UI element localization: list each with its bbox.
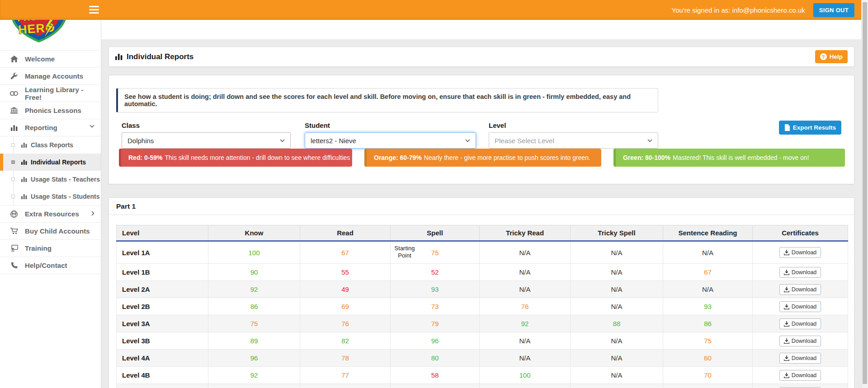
sidebar-item-reporting[interactable]: Reporting bbox=[0, 119, 101, 136]
download-button[interactable]: Download bbox=[779, 301, 821, 312]
sidebar-item-extra-resources[interactable]: Extra Resources bbox=[0, 206, 101, 223]
sign-out-button[interactable]: SIGN OUT bbox=[813, 3, 854, 17]
class-select[interactable]: Dolphins bbox=[122, 132, 291, 149]
page-header-card: Individual Reports ? Help bbox=[108, 47, 854, 67]
level-cell: Level 2A bbox=[117, 281, 208, 298]
sidebar-item-help-contact[interactable]: Help/Contact bbox=[0, 257, 101, 274]
wrench-icon bbox=[10, 73, 18, 80]
section-title: Part 1 bbox=[109, 198, 854, 215]
chevron-down-icon bbox=[647, 139, 652, 142]
table-row: Level 4A 96 78 80 N/A N/A 60 Download bbox=[117, 350, 848, 367]
table-row: Level 1A 100 67 Starting Point75 N/A N/A… bbox=[117, 241, 848, 264]
bar-chart-icon bbox=[10, 125, 18, 131]
bar-chart-icon bbox=[21, 194, 27, 199]
score-cell: N/A bbox=[571, 281, 663, 298]
chevron-down-icon bbox=[90, 125, 94, 128]
scrollbar-thumb[interactable] bbox=[863, 2, 867, 384]
score-cell: 60 bbox=[663, 350, 753, 367]
download-button[interactable]: Download bbox=[779, 353, 821, 364]
table-row: Level 5A 88 83 84 56 N/A 68 Download bbox=[117, 384, 848, 388]
score-cell: 67 bbox=[300, 241, 391, 264]
level-cell: Level 1B bbox=[117, 264, 208, 281]
download-button[interactable]: Download bbox=[779, 370, 821, 381]
score-cell: 79 bbox=[391, 315, 480, 332]
level-label: Level bbox=[489, 122, 506, 129]
training-icon bbox=[10, 245, 18, 252]
sidebar-item-usage-stats-teachers[interactable]: Usage Stats - Teachers bbox=[0, 171, 101, 188]
sidebar-item-phonics-lessons[interactable]: Phonics Lessons bbox=[0, 102, 101, 119]
intro-note: See how a student is doing; drill down a… bbox=[116, 88, 658, 112]
download-button[interactable]: Download bbox=[779, 336, 821, 346]
globe-icon bbox=[10, 210, 18, 218]
link-icon bbox=[10, 91, 18, 96]
level-select[interactable]: Please Select Level bbox=[489, 132, 658, 149]
bar-chart-icon bbox=[115, 53, 123, 60]
score-cell: 70 bbox=[663, 367, 753, 384]
phone-icon bbox=[10, 262, 18, 269]
level-cell: Level 1A bbox=[117, 241, 208, 264]
question-mark-icon: ? bbox=[820, 53, 827, 60]
sidebar-item-individual-reports[interactable]: Individual Reports bbox=[0, 154, 101, 171]
score-cell: N/A bbox=[571, 241, 663, 264]
bar-chart-icon bbox=[21, 142, 27, 148]
student-select[interactable]: letters2 - Nieve bbox=[305, 132, 476, 149]
score-cell: 77 bbox=[300, 367, 391, 384]
download-button[interactable]: Download bbox=[779, 247, 821, 258]
score-cell: 76 bbox=[300, 315, 391, 332]
sidebar-item-class-reports[interactable]: Class Reports bbox=[0, 136, 101, 154]
vertical-scrollbar[interactable] bbox=[861, 0, 868, 388]
cart-icon bbox=[10, 228, 18, 234]
score-cell: 96 bbox=[208, 350, 300, 367]
tree-bullet bbox=[11, 160, 15, 164]
export-results-button[interactable]: Export Results bbox=[779, 121, 841, 135]
legend-red: Red: 0-59% This skill needs more attenti… bbox=[119, 149, 352, 167]
sidebar-item-usage-stats-students[interactable]: Usage Stats - Students bbox=[0, 188, 101, 205]
help-button[interactable]: ? Help bbox=[815, 50, 848, 63]
chevron-down-icon bbox=[465, 139, 470, 142]
signed-in-text: You're signed in as: info@phonicshero.co… bbox=[672, 6, 805, 14]
hamburger-menu-icon[interactable] bbox=[89, 6, 99, 14]
download-button[interactable]: Download bbox=[779, 267, 821, 278]
score-cell: 88 bbox=[571, 315, 663, 332]
certificate-cell: Download bbox=[753, 281, 848, 298]
download-button[interactable]: Download bbox=[779, 284, 821, 295]
certificate-cell: Download bbox=[753, 264, 848, 281]
score-cell: N/A bbox=[571, 298, 663, 315]
sidebar-item-training[interactable]: Training bbox=[0, 240, 101, 257]
score-cell: N/A bbox=[480, 350, 571, 367]
score-cell: 80 bbox=[391, 350, 480, 367]
certificate-cell: Download bbox=[753, 332, 848, 350]
part1-card: Part 1 Level Know Read Spell Tricky Read… bbox=[108, 197, 854, 388]
score-cell: 75 bbox=[208, 315, 300, 332]
level-cell: Level 2B bbox=[117, 298, 208, 315]
chevron-down-icon bbox=[280, 139, 285, 142]
download-button[interactable]: Download bbox=[779, 318, 821, 329]
score-cell: 55 bbox=[300, 264, 391, 281]
score-cell: N/A bbox=[480, 241, 571, 264]
sidebar-item-learning-library[interactable]: Learning Library - Free! bbox=[0, 85, 101, 102]
score-cell: 76 bbox=[480, 298, 571, 315]
score-cell: 84 bbox=[391, 384, 480, 388]
score-cell: N/A bbox=[571, 332, 663, 350]
score-cell: N/A bbox=[480, 332, 571, 350]
starting-point-note: Starting Point bbox=[393, 245, 416, 260]
sidebar-item-welcome[interactable]: Welcome bbox=[0, 51, 101, 68]
home-icon bbox=[10, 56, 18, 62]
top-bar: You're signed in as: info@phonicshero.co… bbox=[0, 0, 868, 20]
sidebar-item-buy-child-accounts[interactable]: Buy Child Accounts bbox=[0, 223, 101, 240]
score-cell: 86 bbox=[663, 315, 753, 332]
certificate-cell: Download bbox=[753, 241, 848, 264]
score-cell: 49 bbox=[300, 281, 391, 298]
legend-green: Green: 80-100% Mastered! This skill is w… bbox=[613, 149, 845, 167]
score-cell: 67 bbox=[663, 264, 753, 281]
sidebar-item-manage-accounts[interactable]: Manage Accounts bbox=[0, 68, 101, 85]
level-cell: Level 4A bbox=[117, 350, 208, 367]
level-cell: Level 5A bbox=[117, 384, 208, 388]
score-cell: 89 bbox=[208, 332, 300, 350]
score-cell: N/A bbox=[480, 264, 571, 281]
score-cell: 78 bbox=[300, 350, 391, 367]
score-cell: 92 bbox=[208, 281, 300, 298]
score-cell: 68 bbox=[663, 384, 753, 388]
page-title: Individual Reports bbox=[115, 52, 193, 61]
table-row: Level 1B 90 55 52 N/A N/A 67 Download bbox=[117, 264, 848, 281]
